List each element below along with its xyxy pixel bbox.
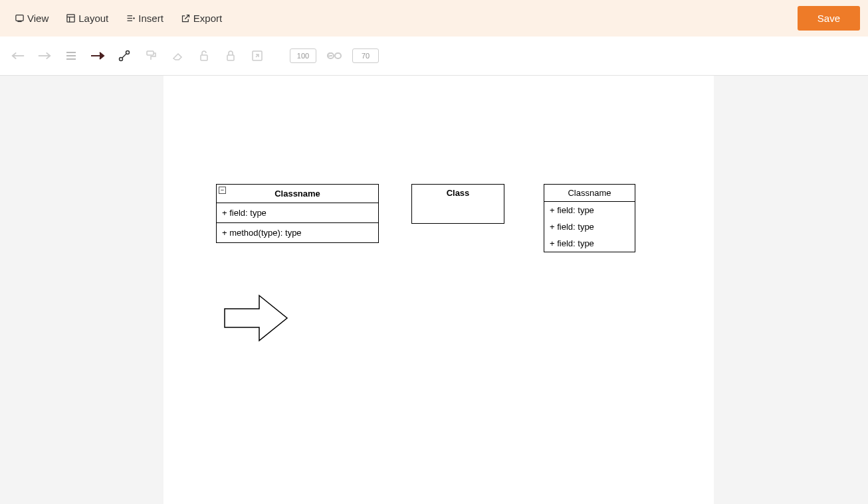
uml-class-simple-title: Class (447, 188, 470, 198)
collapse-icon[interactable]: − (219, 187, 226, 194)
link-icon[interactable] (326, 47, 343, 64)
arrow-shape[interactable] (223, 293, 290, 343)
canvas-page[interactable]: − Classname + field: type + method(type)… (163, 76, 714, 504)
menubar: View Layout Insert Export Save (0, 0, 868, 37)
svg-point-15 (120, 58, 123, 61)
zoom-input[interactable]: 100 (290, 48, 316, 63)
lock-icon[interactable] (222, 47, 239, 64)
svg-rect-1 (67, 15, 74, 22)
arrow-right-icon[interactable] (89, 47, 106, 64)
menu-insert-label: Insert (138, 13, 163, 24)
menu-export[interactable]: Export (174, 9, 229, 28)
connector-icon[interactable] (116, 47, 133, 64)
menu-export-label: Export (193, 13, 222, 24)
uml-class-fields-row2[interactable]: + field: type (544, 218, 635, 235)
menu-insert[interactable]: Insert (119, 9, 170, 28)
eraser-icon[interactable] (169, 47, 186, 64)
insert-icon (126, 13, 136, 23)
svg-line-17 (122, 54, 126, 58)
export-icon (181, 13, 191, 23)
svg-rect-18 (147, 51, 154, 55)
uml-class-fields-title: Classname (568, 188, 611, 198)
uml-class-full-field[interactable]: + field: type (217, 203, 378, 223)
menu-layout[interactable]: Layout (59, 9, 115, 28)
uml-class-full-method[interactable]: + method(type): type (217, 223, 378, 242)
svg-rect-0 (16, 15, 23, 21)
workspace: − Classname + field: type + method(type)… (0, 76, 868, 504)
uml-class-fields-row1[interactable]: + field: type (544, 202, 635, 218)
opacity-input[interactable]: 70 (352, 48, 379, 63)
line-style-icon[interactable] (62, 47, 80, 64)
svg-point-16 (126, 51, 130, 54)
toolbar: 100 70 (0, 37, 868, 76)
paint-icon[interactable] (142, 47, 160, 64)
menu-view[interactable]: View (8, 9, 55, 28)
layout-icon (66, 13, 76, 23)
uml-class-fields-header[interactable]: Classname (544, 185, 635, 202)
expand-icon[interactable] (249, 47, 266, 64)
uml-class-full-header[interactable]: − Classname (217, 185, 378, 203)
uml-class-fields[interactable]: Classname + field: type + field: type + … (544, 184, 635, 252)
menu-view-label: View (27, 13, 49, 24)
uml-class-full[interactable]: − Classname + field: type + method(type)… (216, 184, 379, 243)
view-icon (15, 13, 25, 23)
uml-class-simple[interactable]: Class (411, 184, 504, 224)
uml-class-fields-row3[interactable]: + field: type (544, 235, 635, 252)
uml-class-full-title: Classname (274, 189, 320, 199)
svg-rect-20 (227, 55, 234, 60)
save-button[interactable]: Save (798, 6, 860, 31)
svg-rect-19 (201, 55, 207, 60)
menu-layout-label: Layout (78, 13, 108, 24)
undo-icon[interactable] (9, 47, 27, 64)
redo-icon[interactable] (36, 47, 53, 64)
svg-rect-23 (335, 53, 341, 58)
lock-open-icon[interactable] (195, 47, 213, 64)
svg-marker-24 (225, 295, 287, 341)
